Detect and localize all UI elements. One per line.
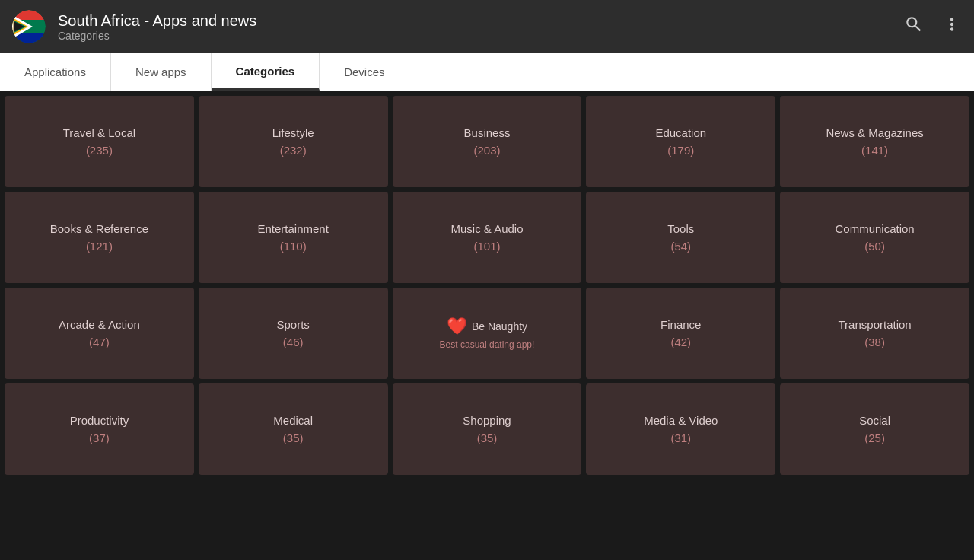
card-title: Medical [273,414,313,427]
header-subtitle: Categories [58,30,892,42]
category-card-sports[interactable]: Sports (46) [199,288,388,379]
ad-heart-icon: ❤️ [447,317,467,336]
category-card-finance[interactable]: Finance (42) [586,288,775,379]
card-count: (179) [667,144,694,157]
card-count: (110) [280,240,307,253]
card-count: (42) [670,336,691,348]
ad-app-name: Be Naughty [472,320,527,332]
category-card-social[interactable]: Social (25) [780,383,969,475]
ad-title-row: ❤️ Be Naughty [447,317,527,336]
ad-card-inner: ❤️ Be Naughty Best casual dating app! [440,317,535,350]
category-card-education[interactable]: Education (179) [586,96,775,187]
category-card-music[interactable]: Music & Audio (101) [393,192,582,283]
category-card-arcade[interactable]: Arcade & Action (47) [5,288,194,379]
card-count: (203) [473,144,500,157]
card-title: Business [464,126,511,139]
category-card-communication[interactable]: Communication (50) [780,192,969,283]
category-card-transportation[interactable]: Transportation (38) [780,288,969,379]
card-title: Social [859,414,890,427]
card-title: Education [655,126,706,139]
card-title: Productivity [70,414,129,427]
tab-categories[interactable]: Categories [212,53,320,91]
card-count: (31) [670,431,691,444]
card-title: Media & Video [644,414,718,427]
header-title-group: South Africa - Apps and news Categories [58,12,892,42]
category-card-lifestyle[interactable]: Lifestyle (232) [199,96,388,187]
card-title: Lifestyle [272,126,314,139]
card-title: Tools [667,222,694,235]
card-title: Shopping [463,414,511,427]
card-title: News & Magazines [826,126,923,139]
nav-tabs: Applications New apps Categories Devices [0,53,974,91]
tab-devices[interactable]: Devices [320,53,409,91]
header-title: South Africa - Apps and news [58,12,892,30]
category-card-books[interactable]: Books & Reference (121) [5,192,194,283]
card-title: Sports [277,318,310,331]
category-card-medical[interactable]: Medical (35) [199,383,388,475]
category-card-productivity[interactable]: Productivity (37) [5,383,194,475]
category-card-entertainment[interactable]: Entertainment (110) [199,192,388,283]
flag-icon [12,10,46,43]
card-title: Entertainment [258,222,329,235]
card-count: (46) [283,336,304,348]
card-count: (121) [86,240,113,253]
card-title: Travel & Local [63,126,135,139]
ad-tagline: Best casual dating app! [440,339,535,350]
category-card-business[interactable]: Business (203) [393,96,582,187]
card-count: (101) [473,240,500,253]
tab-applications[interactable]: Applications [0,53,111,91]
categories-grid: Travel & Local (235) Lifestyle (232) Bus… [0,91,974,560]
card-count: (37) [89,431,110,444]
category-card-shopping[interactable]: Shopping (35) [393,383,582,475]
header-actions [904,14,962,39]
card-count: (50) [864,240,885,253]
card-count: (235) [86,144,113,157]
card-count: (38) [864,336,885,348]
card-count: (141) [861,144,888,157]
category-card-media[interactable]: Media & Video (31) [586,383,775,475]
category-card-tools[interactable]: Tools (54) [586,192,775,283]
card-count: (47) [89,336,110,348]
category-card-travel[interactable]: Travel & Local (235) [5,96,194,187]
card-count: (232) [280,144,307,157]
category-card-news[interactable]: News & Magazines (141) [780,96,969,187]
card-title: Transportation [839,318,912,331]
card-count: (25) [864,431,885,444]
more-options-icon[interactable] [942,14,962,39]
header: South Africa - Apps and news Categories [0,0,974,53]
ad-card[interactable]: ❤️ Be Naughty Best casual dating app! [393,288,582,379]
card-count: (35) [283,431,304,444]
card-title: Communication [835,222,914,235]
search-icon[interactable] [904,14,924,39]
card-title: Books & Reference [50,222,148,235]
card-count: (35) [477,431,498,444]
tab-new-apps[interactable]: New apps [111,53,212,91]
card-count: (54) [670,240,691,253]
card-title: Arcade & Action [59,318,140,331]
card-title: Finance [660,318,701,331]
card-title: Music & Audio [450,222,523,235]
